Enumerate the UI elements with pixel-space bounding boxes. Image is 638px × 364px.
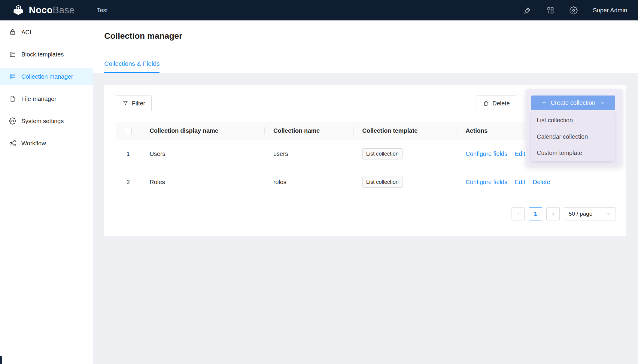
- cell-collection-name: roles: [264, 168, 353, 196]
- user-menu[interactable]: Super Admin: [593, 7, 627, 14]
- menu-item-calendar-collection[interactable]: Calendar collection: [531, 129, 615, 145]
- chevron-down-icon: [606, 212, 611, 216]
- pagination-next-button[interactable]: [546, 207, 560, 220]
- pagination-prev-button[interactable]: [512, 207, 525, 220]
- logo-text: NocoBase: [29, 5, 74, 16]
- tab-collections-and-fields[interactable]: Collections & Fields: [104, 60, 160, 73]
- file-icon: [9, 95, 16, 102]
- configure-fields-link[interactable]: Configure fields: [466, 150, 507, 157]
- template-tag: List collection: [362, 148, 403, 159]
- cell-display-name: Users: [141, 140, 264, 168]
- row-index: 2: [116, 168, 141, 196]
- edit-link[interactable]: Edit: [515, 179, 525, 186]
- pagination: 1 50 / page: [512, 207, 615, 220]
- gear-icon: [9, 117, 16, 125]
- sidebar-item-acl[interactable]: ACL: [0, 23, 93, 41]
- screen: NocoBase Test: [0, 0, 638, 364]
- page-title: Collection manager: [104, 31, 182, 41]
- action-divider: [511, 179, 511, 185]
- corner-drag-handle[interactable]: [0, 356, 2, 364]
- filter-button-label: Filter: [132, 100, 145, 107]
- settings-gear-icon[interactable]: [570, 6, 578, 14]
- chevron-down-icon: [600, 101, 605, 105]
- nocobase-logo[interactable]: NocoBase: [0, 5, 74, 16]
- delete-button-label: Delete: [492, 100, 510, 107]
- sidebar-item-label: File manager: [21, 96, 56, 102]
- template-tag: List collection: [362, 177, 403, 188]
- ui-editor-highlight-icon[interactable]: [523, 6, 531, 14]
- header-collection-name: Collection name: [264, 122, 353, 140]
- sidebar-item-label: Collection manager: [21, 73, 73, 80]
- action-divider: [529, 179, 529, 185]
- action-divider: [511, 151, 511, 157]
- delete-link[interactable]: Delete: [533, 179, 550, 186]
- cell-collection-name: users: [264, 140, 353, 168]
- top-menu: Test: [91, 0, 113, 20]
- header-collection-template: Collection template: [353, 122, 457, 140]
- cell-display-name: Roles: [141, 168, 264, 196]
- tab-bar: Collections & Fields: [104, 60, 160, 73]
- edit-link[interactable]: Edit: [515, 150, 525, 157]
- header-display-name: Collection display name: [141, 122, 264, 140]
- trash-icon: [483, 100, 489, 107]
- page-header: Collection manager Collections & Fields: [93, 20, 638, 73]
- cell-actions: Configure fields Edit Delete: [457, 168, 615, 196]
- row-index: 1: [116, 140, 141, 168]
- sidebar-item-label: Block templates: [21, 51, 64, 58]
- settings-sidebar: ACL Block templates: [0, 20, 93, 364]
- plus-icon: [541, 100, 547, 105]
- menu-item-custom-template[interactable]: Custom template: [531, 145, 615, 161]
- main-content: Collection manager Collections & Fields …: [93, 20, 638, 364]
- top-menu-item-test[interactable]: Test: [91, 0, 113, 20]
- sidebar-item-file-manager[interactable]: File manager: [0, 90, 93, 108]
- delete-button[interactable]: Delete: [476, 96, 516, 111]
- header-checkbox-cell: [116, 122, 141, 140]
- create-collection-menu: List collection Calendar collection Cust…: [531, 112, 615, 161]
- sidebar-item-system-settings[interactable]: System settings: [0, 112, 93, 130]
- workflow-icon: [9, 140, 16, 147]
- filter-button[interactable]: Filter: [116, 96, 152, 111]
- sidebar-item-label: Workflow: [21, 140, 46, 147]
- pagination-page-1[interactable]: 1: [529, 207, 542, 220]
- sidebar-item-collection-manager[interactable]: Collection manager: [0, 68, 93, 85]
- sidebar-item-label: ACL: [21, 29, 33, 36]
- chevron-right-icon: [551, 211, 556, 217]
- filter-funnel-icon: [122, 100, 129, 107]
- cell-template: List collection: [353, 168, 457, 196]
- nocobase-cube-icon: [12, 5, 25, 16]
- lock-icon: [9, 29, 16, 36]
- menu-item-list-collection[interactable]: List collection: [531, 112, 615, 129]
- create-collection-button[interactable]: Create collection: [531, 96, 615, 110]
- chevron-left-icon: [516, 211, 521, 217]
- page-size-select[interactable]: 50 / page: [564, 207, 615, 220]
- configure-fields-link[interactable]: Configure fields: [466, 179, 507, 186]
- topbar-right: Super Admin: [523, 6, 638, 14]
- collection-table-icon: [9, 73, 16, 80]
- plugin-manager-icon[interactable]: [546, 6, 554, 14]
- topbar: NocoBase Test: [0, 0, 638, 20]
- create-collection-button-label: Create collection: [551, 99, 595, 106]
- create-collection-dropdown-panel: Create collection List collection Calend…: [526, 89, 622, 166]
- sidebar-item-block-templates[interactable]: Block templates: [0, 46, 93, 63]
- page-size-value: 50 / page: [569, 211, 592, 217]
- table-row: 2 Roles roles List collection Configure …: [116, 168, 615, 196]
- layout-icon: [9, 51, 16, 58]
- sidebar-item-workflow[interactable]: Workflow: [0, 135, 93, 152]
- cell-template: List collection: [353, 140, 457, 168]
- sidebar-item-label: System settings: [21, 118, 64, 125]
- select-all-checkbox[interactable]: [125, 128, 132, 134]
